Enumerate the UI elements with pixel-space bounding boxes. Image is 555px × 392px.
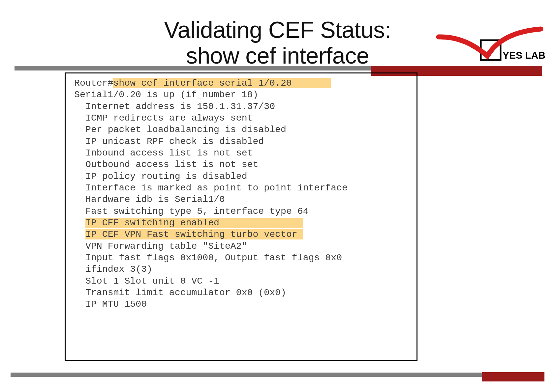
command-highlight: show cef interface serial 1/0.20 <box>113 78 292 88</box>
output-line: Hardware idb is Serial1/0 <box>74 194 408 205</box>
command-highlight-pad <box>292 78 331 88</box>
output-line: Interface is marked as point to point in… <box>74 182 408 194</box>
output-line-highlight: IP CEF switching enabled <box>74 217 408 229</box>
terminal-output: Router#show cef interface serial 1/0.20 … <box>65 72 417 361</box>
output-line: Fast switching type 5, interface type 64 <box>74 206 408 217</box>
output-line: ICMP redirects are always sent <box>74 112 408 124</box>
output-line: Outbound access list is not set <box>74 159 408 170</box>
output-line: Inbound access list is not set <box>74 147 408 159</box>
output-line: IP MTU 1500 <box>74 298 408 310</box>
decorative-bar-top-gray <box>15 66 371 70</box>
output-line: Slot 1 Slot unit 0 VC -1 <box>74 275 408 287</box>
output-line: ifindex 3(3) <box>74 264 408 275</box>
output-line: Internet address is 150.1.31.37/30 <box>74 101 408 112</box>
output-line: IP policy routing is disabled <box>74 171 408 182</box>
output-line: Transmit limit accumulator 0x0 (0x0) <box>74 287 408 298</box>
output-line-highlight: IP CEF VPN Fast switching turbo vector <box>74 229 408 240</box>
decorative-bar-bottom-red <box>482 372 544 381</box>
output-line: Input fast flags 0x1000, Output fast fla… <box>74 252 408 264</box>
logo-text: YES LAB <box>503 50 545 61</box>
output-line: VPN Forwarding table "SiteA2" <box>74 240 408 252</box>
prompt-line: Router#show cef interface serial 1/0.20 <box>74 77 408 89</box>
output-line: IP unicast RPF check is disabled <box>74 136 408 147</box>
yes-lab-logo: YES LAB <box>435 23 546 64</box>
output-line: Serial1/0.20 is up (if_number 18) <box>74 89 408 100</box>
output-line: Per packet loadbalancing is disabled <box>74 124 408 135</box>
prompt: Router# <box>74 78 113 88</box>
decorative-bar-bottom-gray <box>11 373 533 377</box>
